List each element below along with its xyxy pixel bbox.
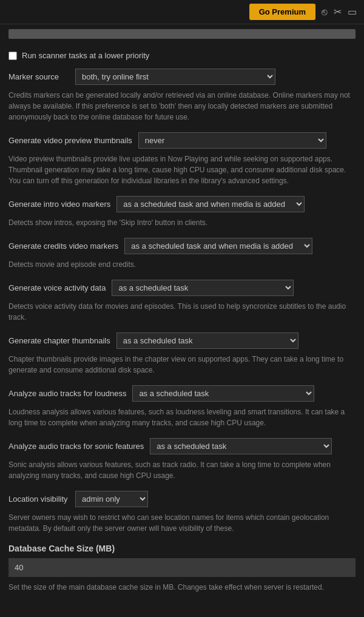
chapter-thumbnails-label: Generate chapter thumbnails xyxy=(8,336,110,345)
scissors-icon[interactable]: ✂ xyxy=(334,6,342,18)
voice-activity-select[interactable]: never as a scheduled task as a scheduled… xyxy=(112,280,294,296)
audio-loudness-description: Loudness analysis allows various feature… xyxy=(8,406,356,428)
marker-source-select[interactable]: both, try online first local only online… xyxy=(75,69,275,85)
database-cache-input[interactable] xyxy=(8,558,356,577)
audio-sonic-description: Sonic analysis allows various features, … xyxy=(8,459,356,481)
video-preview-select[interactable]: never as a scheduled task as a scheduled… xyxy=(138,132,326,149)
scanner-priority-label: Run scanner tasks at a lower priority xyxy=(22,51,149,60)
chapter-thumbnails-description: Chapter thumbnails provide images in the… xyxy=(8,354,356,376)
location-visibility-row: Location visibility admin only all users xyxy=(8,491,356,507)
location-visibility-section: Location visibility admin only all users… xyxy=(8,491,356,534)
marker-source-row: Marker source both, try online first loc… xyxy=(8,69,356,85)
video-preview-label: Generate video preview thumbnails xyxy=(8,136,132,145)
audio-loudness-row: Analyze audio tracks for loudness never … xyxy=(8,385,356,402)
activity-icon[interactable]: ⎋ xyxy=(322,7,328,18)
chapter-thumbnails-row: Generate chapter thumbnails never as a s… xyxy=(8,332,356,349)
audio-sonic-label: Analyze audio tracks for sonic features xyxy=(8,442,144,451)
video-preview-section: Generate video preview thumbnails never … xyxy=(8,132,356,186)
intro-markers-description: Detects show intros, exposing the 'Skip … xyxy=(8,217,356,228)
marker-source-description: Credits markers can be generated locally… xyxy=(8,90,356,123)
cast-icon[interactable]: ▭ xyxy=(348,6,357,18)
top-bar: Go Premium ⎋ ✂ ▭ xyxy=(0,0,364,24)
voice-activity-label: Generate voice activity data xyxy=(8,283,106,292)
intro-markers-section: Generate intro video markers never as a … xyxy=(8,196,356,228)
audio-sonic-select[interactable]: never as a scheduled task as a scheduled… xyxy=(150,438,332,454)
location-visibility-description: Server owners may wish to restrict who c… xyxy=(8,512,356,534)
chapter-thumbnails-select[interactable]: never as a scheduled task as a scheduled… xyxy=(116,332,298,349)
progress-bar xyxy=(8,29,356,39)
main-content: Run scanner tasks at a lower priority Ma… xyxy=(0,41,364,615)
voice-activity-section: Generate voice activity data never as a … xyxy=(8,280,356,323)
database-cache-label: Database Cache Size (MB) xyxy=(8,544,356,553)
voice-activity-row: Generate voice activity data never as a … xyxy=(8,280,356,296)
voice-activity-description: Detects voice activity data for movies a… xyxy=(8,301,356,323)
video-preview-row: Generate video preview thumbnails never … xyxy=(8,132,356,149)
audio-sonic-section: Analyze audio tracks for sonic features … xyxy=(8,438,356,481)
audio-loudness-label: Analyze audio tracks for loudness xyxy=(8,389,126,398)
marker-source-label: Marker source xyxy=(8,72,69,81)
intro-markers-label: Generate intro video markers xyxy=(8,200,110,209)
intro-markers-row: Generate intro video markers never as a … xyxy=(8,196,356,212)
database-cache-description: Set the size of the main database cache … xyxy=(8,582,356,593)
location-visibility-label: Location visibility xyxy=(8,494,69,504)
credits-markers-section: Generate credits video markers never as … xyxy=(8,238,356,270)
audio-loudness-select[interactable]: never as a scheduled task as a scheduled… xyxy=(132,385,314,402)
audio-loudness-section: Analyze audio tracks for loudness never … xyxy=(8,385,356,428)
video-preview-description: Video preview thumbnails provide live up… xyxy=(8,153,356,186)
credits-markers-row: Generate credits video markers never as … xyxy=(8,238,356,254)
location-visibility-select[interactable]: admin only all users xyxy=(75,491,148,507)
go-premium-button[interactable]: Go Premium xyxy=(249,4,315,20)
database-cache-section: Database Cache Size (MB) Set the size of… xyxy=(8,544,356,593)
scanner-priority-row: Run scanner tasks at a lower priority xyxy=(8,51,356,60)
credits-markers-select[interactable]: never as a scheduled task as a scheduled… xyxy=(124,238,312,254)
progress-bar-container xyxy=(0,24,364,41)
audio-sonic-row: Analyze audio tracks for sonic features … xyxy=(8,438,356,454)
credits-markers-description: Detects movie and episode end credits. xyxy=(8,259,356,270)
scanner-priority-checkbox[interactable] xyxy=(8,52,17,60)
credits-markers-label: Generate credits video markers xyxy=(8,241,118,251)
intro-markers-select[interactable]: never as a scheduled task as a scheduled… xyxy=(116,196,305,212)
chapter-thumbnails-section: Generate chapter thumbnails never as a s… xyxy=(8,332,356,376)
marker-source-section: Marker source both, try online first loc… xyxy=(8,69,356,123)
